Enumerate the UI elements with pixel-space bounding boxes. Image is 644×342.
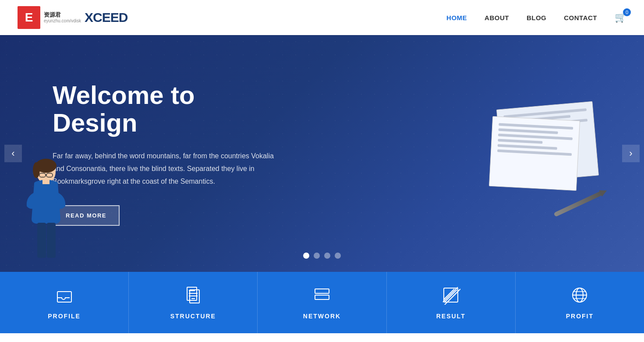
profit-icon	[570, 285, 589, 307]
logo-chinese: 资源君	[44, 12, 81, 18]
prev-arrow-icon: ‹	[11, 148, 14, 159]
hero-image-area	[486, 92, 609, 215]
svg-rect-25	[444, 288, 458, 302]
logo-text-area: 资源君 eyunzhu.com/vdisk	[44, 12, 81, 23]
result-svg	[441, 285, 460, 305]
profile-svg	[55, 285, 74, 305]
structure-label: STRUCTURE	[170, 313, 216, 320]
doc-front	[489, 116, 580, 191]
doc-line	[503, 108, 587, 118]
hero-section: ‹ Welcome to Design Far far away, behind…	[0, 35, 644, 272]
brand-rest: CEED	[93, 10, 127, 25]
carousel-dot-3[interactable]	[324, 253, 330, 259]
profile-label: PROFILE	[48, 313, 81, 320]
cart-count: 0	[623, 8, 631, 16]
hero-title: Welcome to Design	[53, 81, 276, 137]
profile-icon	[55, 285, 74, 307]
svg-point-2	[33, 162, 40, 178]
person-image	[0, 158, 88, 272]
nav-blog[interactable]: BLOG	[527, 14, 546, 21]
nav-about[interactable]: ABOUT	[485, 14, 509, 21]
nav-contact[interactable]: CONTACT	[564, 14, 597, 21]
person-silhouette	[0, 158, 88, 272]
feature-result: RESULT	[387, 272, 516, 333]
cart-button[interactable]: 🛒 0	[615, 12, 626, 23]
docs-illustration	[486, 92, 609, 215]
doc-line	[498, 139, 542, 144]
network-icon	[312, 285, 332, 307]
svg-rect-9	[57, 292, 71, 302]
carousel-dot-2[interactable]	[314, 253, 320, 259]
features-bar: PROFILE STRUCTURE	[0, 272, 644, 333]
feature-profit: PROFIT	[516, 272, 644, 333]
doc-line	[497, 150, 572, 156]
network-label: NETWORK	[303, 313, 341, 320]
svg-rect-8	[47, 223, 56, 258]
brand-x: X	[85, 10, 93, 25]
logo-letter: E	[25, 11, 33, 25]
nav-home[interactable]: HOME	[446, 14, 467, 21]
carousel-prev[interactable]: ‹	[4, 145, 22, 162]
doc-line	[498, 144, 557, 150]
logo-area: E 资源君 eyunzhu.com/vdisk XCEED	[18, 6, 127, 29]
logo-box: E	[18, 6, 40, 29]
logo-url: eyunzhu.com/vdisk	[44, 18, 81, 23]
doc-line	[499, 128, 558, 134]
main-nav: HOME ABOUT BLOG CONTACT 🛒 0	[446, 12, 626, 23]
feature-network: NETWORK	[258, 272, 386, 333]
pen-icon	[554, 191, 603, 217]
svg-rect-6	[42, 179, 50, 184]
svg-rect-18	[315, 289, 329, 293]
header: E 资源君 eyunzhu.com/vdisk XCEED HOME ABOUT…	[0, 0, 644, 35]
carousel-dot-4[interactable]	[335, 253, 341, 259]
carousel-next[interactable]: ›	[622, 145, 640, 162]
profit-svg	[570, 285, 589, 305]
next-arrow-icon: ›	[629, 148, 632, 159]
feature-profile: PROFILE	[0, 272, 129, 333]
result-label: RESULT	[436, 313, 466, 320]
carousel-dots	[303, 253, 341, 259]
svg-rect-7	[37, 223, 46, 258]
svg-line-20	[445, 290, 457, 302]
structure-icon	[184, 285, 203, 307]
carousel-dot-1[interactable]	[303, 253, 309, 259]
structure-svg	[184, 285, 203, 305]
result-icon	[441, 285, 460, 307]
feature-structure: STRUCTURE	[129, 272, 258, 333]
logo-brand: XCEED	[85, 10, 127, 25]
network-svg	[312, 285, 332, 305]
svg-rect-19	[315, 295, 329, 299]
profit-label: PROFIT	[566, 313, 594, 320]
svg-line-24	[443, 287, 458, 302]
